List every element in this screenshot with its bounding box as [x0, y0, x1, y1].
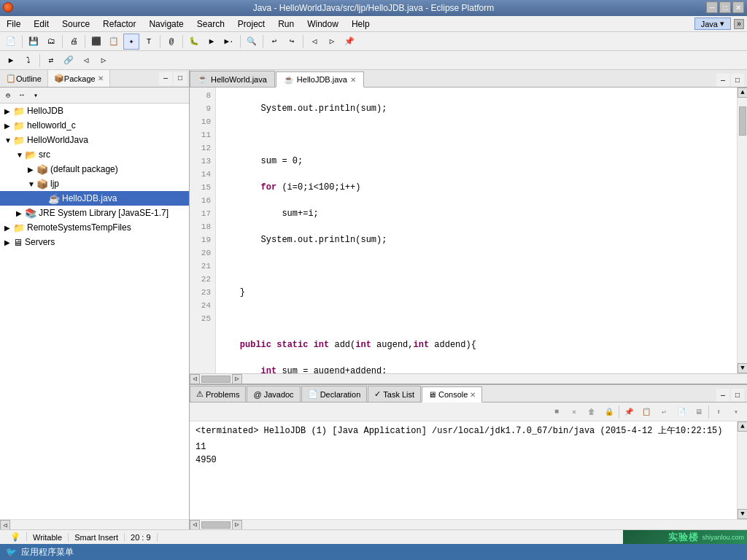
- tree-item-jre[interactable]: ▶ 📚 JRE System Library [JavaSE-1.7]: [0, 206, 189, 220]
- open-perspective-button[interactable]: »: [734, 19, 744, 29]
- hscroll-left[interactable]: ◁: [190, 520, 200, 530]
- next-page[interactable]: ▷: [324, 34, 340, 50]
- left-panel-hscrollbar[interactable]: ◁ ▷: [0, 519, 189, 529]
- menu-file[interactable]: File: [3, 18, 24, 30]
- tree-item-hellojdb[interactable]: ▶ 📁 HelloJDB: [0, 104, 189, 118]
- editor-hscrollbar[interactable]: ◁ ▷: [190, 373, 747, 384]
- tab-console[interactable]: 🖥 Console ✕: [422, 386, 482, 402]
- clear-console[interactable]: 🗑: [584, 404, 600, 420]
- editor-vscrollbar[interactable]: ▲ ▼: [737, 88, 747, 373]
- source-code[interactable]: System.out.println(sum); sum = 0; for (i…: [216, 88, 737, 373]
- vscroll-thumb[interactable]: [739, 106, 746, 136]
- panel-menu[interactable]: ▾: [29, 89, 42, 102]
- tree-item-helloworldjava[interactable]: ▼ 📁 HelloWorldJava: [0, 133, 189, 147]
- tab-tasklist[interactable]: ✓ Task List: [368, 386, 421, 402]
- run-button[interactable]: ▶: [204, 34, 220, 50]
- scroll-lock[interactable]: 🔒: [601, 404, 617, 420]
- prev-edit[interactable]: ↩: [266, 34, 282, 50]
- copy-output[interactable]: 📋: [638, 404, 654, 420]
- sync-btn[interactable]: ⇄: [43, 52, 59, 69]
- tree-item-servers[interactable]: ▶ 🖥 Servers: [0, 235, 189, 249]
- tab-package-close[interactable]: ✕: [98, 74, 104, 82]
- editor-minimize[interactable]: —: [716, 74, 729, 87]
- at-button[interactable]: @: [163, 34, 179, 50]
- tab-helloworld-java[interactable]: ☕ HelloWorld.java: [190, 71, 275, 87]
- menu-search[interactable]: Search: [193, 18, 228, 30]
- tree-item-remote[interactable]: ▶ 📁 RemoteSystemsTempFiles: [0, 220, 189, 235]
- tab-declaration[interactable]: 📄 Declaration: [301, 386, 368, 402]
- os-button[interactable]: [3, 2, 13, 12]
- tab-hellojdb-java[interactable]: ☕ HelloJDB.java ✕: [276, 71, 364, 88]
- tree-item-src[interactable]: ▼ 📂 src: [0, 147, 189, 162]
- scroll-down-arrow[interactable]: ▼: [738, 363, 747, 373]
- show-console[interactable]: 🖥: [691, 404, 707, 420]
- tree-item-hellojdb-java[interactable]: ☕ HelloJDB.java: [0, 191, 189, 206]
- terminate-button[interactable]: ■: [549, 404, 565, 420]
- tab-problems[interactable]: ⚠ Problems: [190, 386, 246, 402]
- panel-minimize[interactable]: —: [159, 72, 172, 85]
- prev-page[interactable]: ◁: [306, 34, 322, 50]
- tree-item-ljp[interactable]: ▼ 📦 ljp: [0, 176, 189, 191]
- perspective-java[interactable]: Java ▾: [694, 18, 731, 30]
- remove-launch[interactable]: ✕: [566, 404, 582, 420]
- tab-javadoc[interactable]: @ Javadoc: [247, 386, 300, 402]
- panel-maximize[interactable]: □: [174, 72, 187, 85]
- print-button[interactable]: 🖨: [66, 34, 82, 50]
- app-menu-label[interactable]: 应用程序菜单: [21, 546, 74, 559]
- tool1[interactable]: ⬛: [88, 34, 104, 50]
- menu-project[interactable]: Project: [234, 18, 268, 30]
- collapse-all[interactable]: ⊖: [1, 89, 15, 102]
- scroll-down[interactable]: ▼: [738, 509, 747, 519]
- debug-step-into[interactable]: ⤵: [20, 52, 36, 69]
- hscroll-right[interactable]: ▷: [232, 374, 242, 384]
- pin-console[interactable]: 📌: [621, 404, 637, 420]
- paste-input[interactable]: 📄: [673, 404, 689, 420]
- tab-package[interactable]: 📦 Package ✕: [48, 70, 110, 87]
- perspective-dropdown[interactable]: ▾: [720, 19, 724, 28]
- hscroll-thumb[interactable]: [201, 521, 231, 529]
- tool3[interactable]: ✦: [123, 34, 139, 50]
- link-btn[interactable]: 🔗: [61, 52, 77, 69]
- close-button[interactable]: ✕: [732, 1, 744, 13]
- tab-close[interactable]: ✕: [470, 391, 476, 399]
- menu-edit[interactable]: Edit: [30, 18, 53, 30]
- tree-item-default-package[interactable]: ▶ 📦 (default package): [0, 162, 189, 176]
- tool4[interactable]: T: [141, 34, 157, 50]
- expand-console[interactable]: ⬆: [711, 404, 727, 420]
- menu-help[interactable]: Help: [348, 18, 374, 30]
- hscroll-left[interactable]: ◁: [190, 374, 200, 384]
- link-with-editor[interactable]: ↔: [15, 89, 28, 102]
- menu-window[interactable]: Window: [303, 18, 342, 30]
- debug-run[interactable]: ▶: [3, 52, 19, 69]
- hscroll-right[interactable]: ▷: [232, 520, 242, 530]
- bottom-maximize[interactable]: □: [731, 389, 744, 402]
- word-wrap[interactable]: ↩: [656, 404, 672, 420]
- hscroll-thumb[interactable]: [201, 376, 231, 383]
- save-button[interactable]: 💾: [26, 34, 42, 50]
- scroll-up-arrow[interactable]: ▲: [738, 88, 747, 98]
- nav-back[interactable]: ◁: [78, 52, 94, 69]
- save-all-button[interactable]: 🗂: [43, 34, 59, 50]
- new-button[interactable]: 📄: [3, 34, 19, 50]
- debug-button[interactable]: 🐛: [186, 34, 202, 50]
- bottom-minimize[interactable]: —: [716, 389, 729, 402]
- tab-outline[interactable]: 📋 Outline: [0, 70, 48, 87]
- minimize-button[interactable]: ─: [706, 1, 718, 13]
- next-edit[interactable]: ↪: [284, 34, 300, 50]
- run-ext-button[interactable]: ▶·: [221, 34, 237, 50]
- scroll-up[interactable]: ▲: [738, 421, 747, 432]
- search-button[interactable]: 🔍: [244, 34, 260, 50]
- pin-editor[interactable]: 📌: [341, 34, 357, 50]
- console-hscrollbar[interactable]: ◁ ▷: [190, 519, 747, 529]
- tool2[interactable]: 📋: [106, 34, 122, 50]
- console-vscrollbar[interactable]: ▲ ▼: [737, 421, 747, 519]
- tab-close[interactable]: ✕: [350, 76, 356, 84]
- menu-run[interactable]: Run: [274, 18, 298, 30]
- menu-navigate[interactable]: Navigate: [145, 18, 187, 30]
- menu-source[interactable]: Source: [58, 18, 93, 30]
- nav-fwd[interactable]: ▷: [96, 52, 112, 69]
- menu-refactor[interactable]: Refactor: [99, 18, 139, 30]
- tree-item-helloworld-c[interactable]: ▶ 📁 helloworld_c: [0, 118, 189, 133]
- scroll-left-arrow[interactable]: ◁: [0, 520, 10, 529]
- editor-maximize[interactable]: □: [731, 74, 744, 87]
